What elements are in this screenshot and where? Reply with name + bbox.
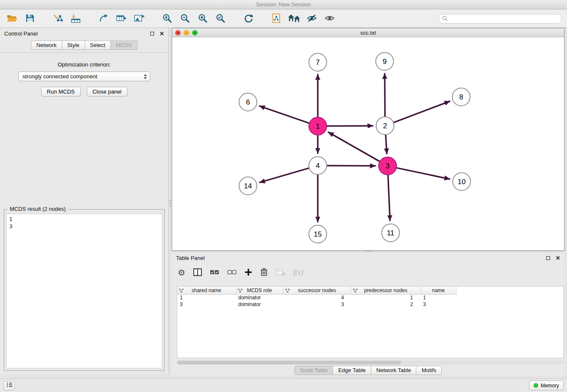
table-cell[interactable]: 3 [421,301,456,308]
open-session-button[interactable] [3,11,21,27]
graph-node-label: 1 [316,122,319,130]
table-cell[interactable]: dominator [236,294,283,301]
save-session-button[interactable] [21,11,39,27]
search-box[interactable] [438,14,562,24]
graph-node-label: 6 [246,98,250,106]
graph-node-label: 14 [244,182,252,190]
import-network-button[interactable] [49,11,67,27]
optimization-criterion-label: Optimization criterion: [0,61,168,68]
show-details-button[interactable] [321,11,339,27]
deselect-all-rows-button[interactable] [227,269,237,277]
network-from-clipboard-button[interactable] [267,11,285,27]
table-cell[interactable]: 1 [177,294,236,301]
export-image-button[interactable] [130,11,148,27]
table-cell[interactable]: 3 [283,301,351,308]
close-panel-button[interactable]: Close panel [87,87,128,97]
export-image-icon [134,14,145,24]
float-panel-icon[interactable] [150,32,154,36]
table-cell[interactable]: 2 [351,301,421,308]
table-settings-button[interactable]: ⚙ [178,268,185,277]
table-row[interactable]: 3dominator323 [177,301,563,308]
table-cell[interactable]: 4 [283,294,351,301]
column-header-mcds-role[interactable]: MCDS role [236,287,283,294]
status-bar: Memory [0,378,567,392]
tab-node-table[interactable]: Node Table [295,366,333,375]
column-header-shared-name[interactable]: shared name [177,287,236,294]
tab-network[interactable]: Network [31,41,62,50]
graph-edge[interactable] [385,135,387,154]
graph-edge[interactable] [259,106,309,123]
delete-rows-button[interactable] [260,268,268,278]
table-cell[interactable]: 1 [421,294,456,301]
network-analyzer-button[interactable] [285,11,303,27]
eye-icon [325,14,335,24]
mcds-result-line: 1 [9,215,159,223]
network-canvas[interactable]: 7968124314101511 [172,37,564,250]
tab-motifs[interactable]: Motifs [416,366,442,375]
close-window-icon[interactable]: ✕ [175,30,181,36]
network-graph[interactable]: 7968124314101511 [172,37,564,250]
window-title: Session: New Session [256,1,311,8]
run-mcds-button[interactable]: Run MCDS [41,87,81,97]
column-header-name[interactable]: name [421,287,456,294]
table-cell[interactable]: 3 [177,301,236,308]
control-panel: Control Panel ✕ Network Style Select MCD… [0,28,169,374]
table-panel: Table Panel ✕ ⚙ f(x) [172,252,564,376]
column-header-predecessor-nodes[interactable]: predecessor nodes [351,287,421,294]
tab-style[interactable]: Style [62,41,85,50]
tab-network-table[interactable]: Network Table [371,366,416,375]
control-panel-title: Control Panel [4,30,38,37]
task-history-button[interactable] [3,381,15,390]
import-table-button[interactable] [67,11,85,27]
clipboard-network-icon [272,13,281,25]
memory-button[interactable]: Memory [529,381,564,390]
zoom-selected-button[interactable] [212,11,229,27]
optimization-criterion-dropdown[interactable]: strongly connected component [18,72,150,81]
refresh-view-button[interactable] [239,11,257,27]
delete-table-button[interactable] [276,269,285,277]
table-cell[interactable]: dominator [236,301,283,308]
close-table-panel-icon[interactable]: ✕ [556,255,560,261]
float-table-panel-icon[interactable] [546,256,550,260]
search-input[interactable] [450,16,558,22]
graph-node-label: 7 [316,58,319,66]
trash-icon [260,268,268,278]
tab-edge-table[interactable]: Edge Table [333,366,371,375]
zoom-fit-button[interactable] [194,11,212,27]
tabs-divider [0,52,168,53]
scrollbar-thumb[interactable] [177,361,401,364]
show-columns-button[interactable] [193,268,202,277]
mcds-result-list[interactable]: 1 3 [6,214,162,368]
tab-select[interactable]: Select [85,41,111,50]
graph-edge[interactable] [394,101,450,122]
graph-edge[interactable] [328,132,380,161]
export-network-button[interactable] [95,11,113,27]
table-panel-title: Table Panel [176,255,205,261]
tab-mcds[interactable]: MCDS [111,41,138,50]
graph-edge[interactable] [396,168,450,179]
columns-icon [193,268,202,277]
column-header-successor-nodes[interactable]: successor nodes [283,287,351,294]
table-row[interactable]: 1dominator411 [177,294,563,301]
vertical-splitter-handle[interactable] [169,198,171,208]
function-builder-button[interactable]: f(x) [293,268,303,277]
graph-edge[interactable] [327,166,375,166]
graph-edge[interactable] [388,175,390,221]
graph-edge[interactable] [327,126,373,126]
select-all-rows-button[interactable] [210,269,219,277]
deselect-all-icon [227,269,237,277]
export-table-button[interactable] [113,11,130,27]
maximize-window-icon[interactable]: + [192,30,198,36]
network-window-titlebar[interactable]: ✕ − + scc.txt [172,28,564,37]
add-row-button[interactable] [245,268,252,277]
graph-edge[interactable] [260,168,309,182]
mcds-result-line: 3 [9,223,159,230]
table-horizontal-scrollbar[interactable] [177,361,564,364]
table-cell[interactable]: 1 [351,294,421,301]
minimize-window-icon[interactable]: − [184,30,189,36]
zoom-in-button[interactable] [158,11,176,27]
close-panel-icon[interactable]: ✕ [160,31,164,36]
graph-edge[interactable] [385,74,385,117]
hide-selected-button[interactable] [303,11,321,27]
zoom-out-button[interactable] [176,11,194,27]
